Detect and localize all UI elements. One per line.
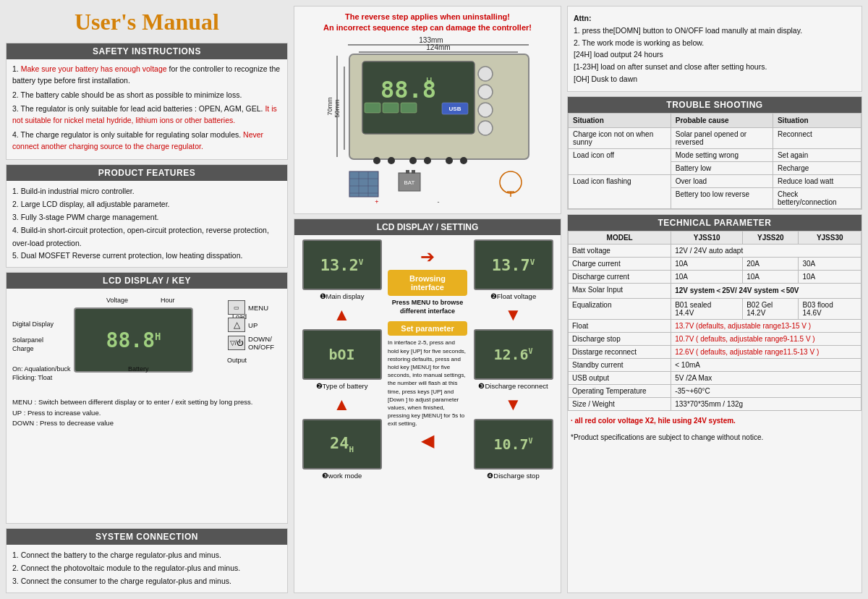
trouble-cell: Load icon flashing: [569, 174, 671, 208]
float-voltage-screen: 13.7V: [474, 239, 553, 290]
trouble-cell: Mode setting wrong: [671, 148, 773, 161]
trouble-section: TROUBLE SHOOTING Situation Probable caus…: [567, 96, 862, 210]
tech-cell: 12V system＜25V/ 24V system＜50V: [671, 283, 861, 298]
warning-text-2: An incorrect sequence step can damage th…: [323, 23, 532, 32]
svg-text:BAT: BAT: [404, 179, 415, 186]
tech-cell: Batt voltage: [569, 244, 671, 257]
tech-cell: 13.7V (defaults, adjustable range13-15 V…: [671, 319, 861, 332]
trouble-cell: Recharge: [773, 161, 861, 174]
device-diagram-svg: 133mm 124mm 70mm 50mm 88.8 H: [305, 34, 550, 208]
arrow-down-1: ▲: [333, 305, 351, 325]
attn-title: Attn:: [574, 12, 856, 25]
table-row: Batt voltage 12V / 24V auto adapt: [569, 244, 861, 257]
press-menu-text: Press MENU to browsedifferent interface: [392, 299, 464, 315]
warning-text-1: The reverse step applies when uninstalli…: [345, 12, 510, 21]
table-row: Disstarge reconnect 12.6V ( defaults, ad…: [569, 345, 861, 358]
main-display-num: 13.2V: [320, 256, 364, 274]
trouble-cell: Charge icon not on when sunny: [569, 127, 671, 148]
table-row: Max Solar Input 12V system＜25V/ 24V syst…: [569, 283, 861, 298]
svg-text:H: H: [426, 75, 432, 87]
system-item-2: 2. Connect the photovoltaic module to th…: [12, 562, 281, 575]
features-section: PRODUCT FEATURES 1. Build-in industrial …: [6, 164, 288, 268]
safety-content: 1. Make sure your battery has enough vol…: [7, 59, 287, 159]
arrow-down-2: ▲: [333, 394, 351, 415]
svg-text:-: -: [438, 198, 440, 205]
float-voltage-item: 13.7V ❷Float voltage: [474, 239, 553, 300]
attn-item-5: [OH] Dusk to dawn: [574, 73, 856, 85]
safety-item-3: 3. The regulator is only suitable for le…: [12, 103, 281, 127]
attn-item-2: 2. The work mode is working as below.: [574, 37, 856, 49]
system-item-3: 3. Connect the consumer to the charge re…: [12, 575, 281, 588]
table-row: Charge current 10A 20A 30A: [569, 257, 861, 270]
svg-text:+: +: [375, 198, 378, 205]
tech-cell: 30A: [799, 257, 861, 270]
safety-section: SAFETY INSTRUCTIONS 1. Make sure your ba…: [6, 43, 288, 160]
tech-cell: 133*70*35mm / 132g: [671, 397, 861, 410]
svg-point-19: [478, 103, 493, 117]
table-row: Size / Weight 133*70*35mm / 132g: [569, 397, 861, 410]
footnote-red: · all red color voltage X2, hile using 2…: [571, 417, 736, 425]
output-label: Output: [227, 357, 247, 364]
work-mode-num: 24H: [330, 434, 354, 454]
feature-1: 1. Build-in industrial micro controller.: [12, 185, 281, 198]
tech-col-model: MODEL: [569, 231, 671, 244]
tech-cell: 12.6V ( defaults, adjustable range11.5-1…: [671, 345, 861, 358]
attn-section: Attn: 1. press the[DOMN] button to ON/OF…: [567, 6, 862, 92]
arrow-down-3: ▼: [505, 305, 522, 325]
work-mode-caption: ❸work mode: [322, 472, 362, 480]
lcd-key-section: LCD DISPLAY / KEY 88.8H Voltage Hour Dig…: [6, 272, 288, 524]
menu-desc: MENU : Switch between different display …: [12, 397, 281, 407]
footnote-1: · all red color voltage X2, hile using 2…: [568, 414, 861, 428]
tech-header: TECHNICAL PARAMETER: [568, 215, 861, 231]
table-row: Discharge stop 10.7V ( defaults, adjusta…: [569, 332, 861, 345]
tech-cell: Max Solar Input: [569, 283, 671, 298]
trouble-cell: Solar panel opened or reversed: [671, 127, 773, 148]
trouble-cell: Set again: [773, 148, 861, 161]
up-btn[interactable]: △ UP: [228, 318, 274, 332]
menu-btn[interactable]: ▭ MENU: [228, 300, 274, 315]
device-svg-container: 133mm 124mm 70mm 50mm 88.8 H: [300, 34, 555, 208]
table-row: Load icon flashing Over load Reduce load…: [569, 174, 861, 187]
up-btn-icon: △: [228, 318, 245, 332]
hour-label: Hour: [161, 297, 175, 304]
footnote-2: *Product specifications are subject to c…: [568, 430, 861, 444]
tech-table: MODEL YJSS10 YJSS20 YJSS30 Batt voltage …: [568, 231, 861, 411]
tech-cell: -35~+60°C: [671, 384, 861, 397]
work-mode-screen: 24H: [302, 419, 382, 470]
tech-cell: Float: [569, 319, 671, 332]
battery-type-caption: ❷Type of battery: [316, 382, 368, 390]
svg-point-23: [409, 157, 417, 164]
tech-cell: Charge current: [569, 257, 671, 270]
discharge-stop-num: 10.7V: [493, 436, 532, 453]
down-btn-icon: ▽/⏻: [228, 336, 245, 350]
interface-desc: In interface 2-5, press and hold key [UP…: [388, 339, 467, 428]
battery-type-num: bOI: [328, 346, 354, 363]
aqualation-label: On: Aqualation/buckFlicking: Tloat: [12, 365, 71, 382]
table-row: Standby current < 10mA: [569, 358, 861, 371]
tech-cell: Operating Temperature: [569, 384, 671, 397]
safety-highlight-1: Make sure your battery has enough voltag…: [21, 64, 167, 73]
tech-col-yjss10: YJSS10: [671, 231, 743, 244]
down-btn-label: DOWN/ON/OFF: [248, 335, 274, 351]
svg-point-20: [478, 121, 493, 135]
safety-item-1: 1. Make sure your battery has enough vol…: [12, 64, 281, 87]
float-voltage-num: 13.7V: [492, 256, 535, 274]
arrow-right-1: ➔: [420, 247, 435, 267]
down-btn[interactable]: ▽/⏻ DOWN/ON/OFF: [228, 335, 274, 351]
svg-point-24: [424, 157, 431, 164]
trouble-cell: Load icon off: [569, 148, 671, 174]
discharge-stop-item: 10.7V ❹Discharge stop: [474, 419, 553, 480]
lcd-right-col: 13.7V ❷Float voltage ▼ 12.6V ❸Discharge …: [470, 239, 556, 480]
features-content: 1. Build-in industrial micro controller.…: [7, 181, 287, 267]
tech-cell: 10A: [671, 257, 743, 270]
svg-point-18: [478, 85, 493, 99]
trouble-col-2: Probable cause: [671, 113, 773, 127]
safety-item-4: 4. The charge regulator is only suitable…: [12, 129, 281, 153]
button-block: ▭ MENU △ UP ▽/⏻ DOWN/ON/OFF: [228, 300, 274, 351]
system-item-1: 1. Connect the battery to the charge reg…: [12, 549, 281, 562]
page-title: User's Manual: [6, 6, 288, 38]
tech-cell: 10A: [799, 270, 861, 283]
browse-box: Browsinginterface: [388, 270, 467, 296]
mid-column: The reverse step applies when uninstalli…: [294, 6, 561, 593]
lcd-screen: 88.8H: [74, 307, 193, 373]
